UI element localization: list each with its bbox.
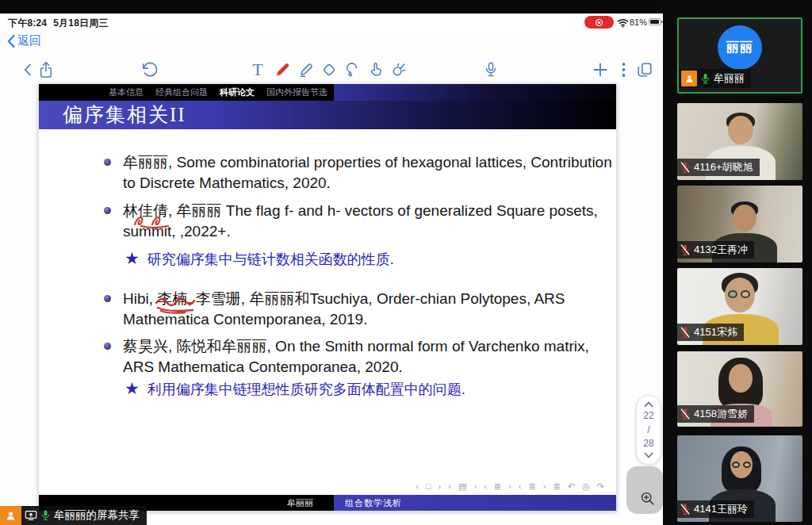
record-dot-icon (595, 18, 603, 27)
battery-percent: 81% (630, 17, 647, 27)
note-text: 利用偏序集中链理想性质研究多面体配置中的问题. (147, 381, 465, 397)
screen-share-label: 牟丽丽的屏幕共享 (54, 508, 140, 523)
avatar: 丽丽 (718, 25, 762, 70)
slide-bullet-3: Hibi, 李楠, 李雪珊, 牟丽丽和Tsuchiya, Order-chian… (123, 289, 616, 330)
participant-label: 4158游雪娇 (677, 405, 754, 423)
bullet-text: 林佳倩, 牟丽丽 The flag f- and h- vectors of g… (123, 202, 598, 240)
screen-share-icon (25, 510, 37, 521)
participant-label: 4151宋炜 (677, 324, 744, 341)
slide-nav-gradient (334, 84, 616, 101)
glasses (732, 462, 751, 468)
status-time: 下午8:24 (8, 17, 47, 29)
participant-label: 牟丽丽 (679, 69, 751, 88)
beamer-nav-symbols: ‹ □ › ‹ ▤ › ‹ ≣ › ‹ ≣ › ≣ ↶ ◎ ↷ (416, 481, 607, 492)
battery-icon (649, 18, 661, 25)
slide-bullet-1: 牟丽丽, Some combinatorial properties of he… (123, 152, 616, 194)
laser-pointer-icon[interactable] (387, 58, 411, 82)
participant-name: 4116+胡晓旭 (694, 160, 753, 174)
status-bar: 下午8:245月18日周三 81% (0, 13, 663, 33)
mic-muted-icon (680, 408, 691, 421)
slide-footer-course: 组合数学浅析 (334, 495, 616, 511)
pencil-icon[interactable] (270, 58, 294, 82)
note-canvas[interactable]: 基本信息 经典组合问题 科研论文 国内外报告节选 偏序集相关II 牟丽丽, So… (0, 81, 663, 525)
star-icon: ★ (124, 379, 140, 397)
slide-page[interactable]: 基本信息 经典组合问题 科研论文 国内外报告节选 偏序集相关II 牟丽丽, So… (38, 83, 617, 512)
participant-tile-songwei[interactable]: 4151宋炜 (677, 268, 802, 345)
bullet-marker (104, 295, 111, 302)
eraser-icon[interactable] (317, 58, 341, 82)
star-icon: ★ (124, 249, 140, 267)
participant-name: 4132王再冲 (694, 243, 748, 257)
participant-name: 牟丽丽 (714, 71, 745, 86)
app-screen: 下午8:245月18日周三 81% 返回 (0, 0, 812, 525)
bullet-text: 牟丽丽, Some combinatorial properties of he… (123, 154, 612, 191)
mic-muted-icon (680, 161, 691, 174)
slide-nav-item: 基本信息 (109, 86, 144, 98)
wifi-icon (617, 17, 629, 31)
bullet-text: 蔡昊兴, 陈悦和牟丽丽, On the Smith normal form of… (123, 338, 589, 375)
bullet-marker (104, 343, 111, 350)
slide-note-1: ★研究偏序集中与链计数相关函数的性质. (124, 249, 600, 269)
participant-tile-wangliling[interactable]: 4141王丽玲 (677, 435, 802, 522)
slide-bullet-2: 林佳倩, 牟丽丽 The flag f- and h- vectors of g… (123, 201, 616, 242)
bullet-text: Hibi, 李楠, 李雪珊, 牟丽丽和Tsuchiya, Order-chian… (123, 290, 565, 328)
presenter-icon (0, 506, 21, 525)
text-tool-icon[interactable]: T (246, 58, 270, 82)
slide-nav-item-active: 科研论文 (220, 86, 255, 98)
bullet-marker (104, 207, 111, 214)
glasses (728, 290, 750, 298)
pages-icon[interactable] (633, 58, 657, 82)
mic-on-icon (700, 72, 710, 86)
recording-indicator[interactable] (584, 16, 614, 29)
mic-muted-icon (680, 243, 691, 257)
more-icon[interactable] (611, 58, 635, 82)
back-button[interactable]: 返回 (6, 33, 41, 48)
magnifier-plus-icon (640, 491, 656, 507)
bullet-marker (104, 159, 111, 166)
page-down-icon[interactable] (644, 452, 653, 458)
participant-tile-wangzaichong[interactable]: 4132王再冲 (677, 186, 802, 262)
slide-title: 偏序集相关II (39, 101, 616, 129)
participant-name: 4158游雪娇 (694, 407, 748, 421)
status-time-date: 下午8:245月18日周三 (8, 17, 115, 30)
status-date: 5月18日周三 (53, 17, 108, 29)
participant-label: 4132王再冲 (677, 241, 754, 259)
add-icon[interactable] (588, 58, 612, 82)
slide-section-nav-items: 基本信息 经典组合问题 科研论文 国内外报告节选 (39, 84, 334, 101)
participants-sidebar: 丽丽 牟丽丽 (663, 0, 812, 525)
participant-name: 4141王丽玲 (694, 502, 748, 516)
presenter-icon (681, 71, 697, 86)
highlighter-icon[interactable] (294, 58, 318, 82)
slide-bullet-4: 蔡昊兴, 陈悦和牟丽丽, On the Smith normal form of… (123, 336, 616, 377)
slide-section-nav: 基本信息 经典组合问题 科研论文 国内外报告节选 (39, 84, 616, 101)
participant-label: 4116+胡晓旭 (677, 159, 760, 176)
lasso-icon[interactable] (340, 58, 364, 82)
page-control[interactable]: 22 / 28 (636, 395, 661, 465)
microphone-icon[interactable] (479, 58, 503, 82)
share-icon[interactable] (34, 58, 58, 82)
slide-nav-item: 经典组合问题 (155, 86, 208, 98)
page-total: 28 (643, 439, 653, 449)
zoom-button[interactable] (626, 466, 663, 514)
pointer-hand-icon[interactable] (363, 58, 387, 82)
participant-name: 4151宋炜 (694, 325, 737, 339)
mic-muted-icon (680, 503, 691, 516)
screen-share-bar[interactable]: 牟丽丽的屏幕共享 (0, 506, 147, 525)
participant-tile-youxuejiao[interactable]: 4158游雪娇 (677, 351, 802, 427)
back-label: 返回 (17, 33, 41, 48)
chevron-left-icon (6, 34, 16, 48)
note-text: 研究偏序集中与链计数相关函数的性质. (147, 251, 394, 267)
page-divider: / (647, 425, 649, 435)
page-up-icon[interactable] (644, 401, 653, 408)
mic-on-icon (40, 509, 51, 522)
mic-muted-icon (680, 326, 691, 339)
participant-tile-huxiaoxu[interactable]: 4116+胡晓旭 (677, 103, 802, 180)
participant-tile-mulili[interactable]: 丽丽 牟丽丽 (677, 17, 802, 94)
slide-nav-item: 国内外报告节选 (266, 86, 327, 98)
undo-icon[interactable] (137, 58, 161, 82)
screen-share-chip: 牟丽丽的屏幕共享 (21, 506, 147, 525)
participant-label: 4141王丽玲 (677, 500, 754, 518)
main-area: 下午8:245月18日周三 81% 返回 (0, 0, 663, 525)
top-bezel (0, 0, 663, 13)
slide-note-2: ★利用偏序集中链理想性质研究多面体配置中的问题. (124, 379, 600, 399)
